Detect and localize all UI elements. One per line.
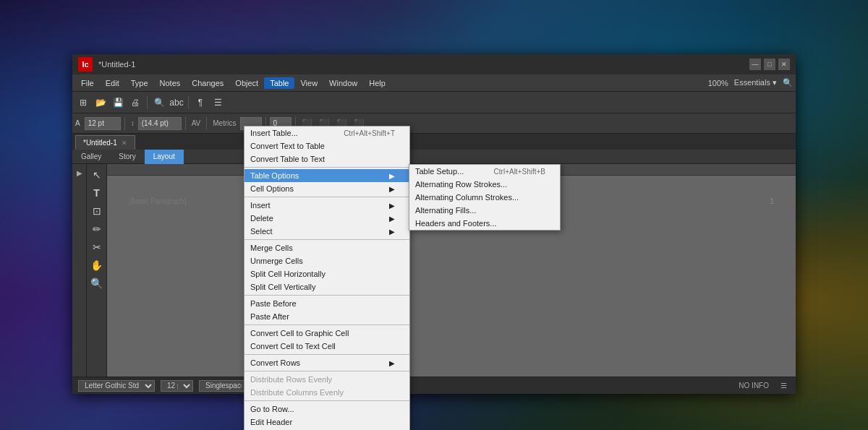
list-btn[interactable]: ☰ xyxy=(210,95,226,111)
status-noinfo: NO INFO xyxy=(736,382,772,390)
menu-table-options[interactable]: Table Options ▶ xyxy=(244,169,409,182)
menu-headers-footers[interactable]: Headers and Footers... xyxy=(409,217,560,230)
menu-split-h[interactable]: Split Cell Horizontally xyxy=(244,267,409,280)
tab-story[interactable]: Story xyxy=(110,150,144,164)
menu-distribute-cols: Distribute Columns Evenly xyxy=(244,386,409,399)
left-panel-btn-1[interactable]: ▶ xyxy=(74,167,85,179)
menu-type[interactable]: Type xyxy=(125,77,154,89)
menu-view[interactable]: View xyxy=(294,77,323,89)
menu-delete[interactable]: Delete ▶ xyxy=(244,212,409,225)
sub-tabs: Galley Story Layout xyxy=(72,150,796,164)
close-button[interactable]: ✕ xyxy=(778,59,790,70)
menu-distribute-rows: Distribute Rows Evenly xyxy=(244,373,409,386)
tab-bar: *Untitled-1 ✕ xyxy=(72,134,796,150)
menu-object[interactable]: Object xyxy=(229,77,264,89)
sep-menu-8 xyxy=(244,400,409,401)
title-bar-text: *Untitled-1 xyxy=(98,60,749,69)
menu-go-to-row[interactable]: Go to Row... xyxy=(244,403,409,416)
sep-menu-2 xyxy=(244,197,409,197)
tools-panel: ↖ T ⊡ ✏ ✂ ✋ 🔍 xyxy=(87,164,107,377)
menu-table-setup[interactable]: Table Setup... Ctrl+Alt+Shift+B xyxy=(409,165,560,178)
left-panel: ▶ xyxy=(72,164,87,377)
search-icon[interactable]: 🔍 xyxy=(783,78,793,87)
title-bar: Ic *Untitled-1 — □ ✕ xyxy=(72,54,796,74)
menu-file[interactable]: File xyxy=(75,77,100,89)
para-btn[interactable]: ¶ xyxy=(192,95,208,111)
window-controls: — □ ✕ xyxy=(749,59,790,70)
menu-bar: File Edit Type Notes Changes Object Tabl… xyxy=(72,74,796,92)
sep-2 xyxy=(188,96,189,109)
font-dropdown[interactable]: Letter Gothic Std xyxy=(78,380,155,392)
menu-unmerge-cells[interactable]: Unmerge Cells xyxy=(244,254,409,267)
sep-4 xyxy=(185,117,186,130)
essentials-menu[interactable]: Essentials ▾ xyxy=(734,78,777,87)
menu-paste-before[interactable]: Paste Before xyxy=(244,297,409,310)
menu-merge-cells[interactable]: Merge Cells xyxy=(244,241,409,254)
menu-window[interactable]: Window xyxy=(323,77,363,89)
menu-convert-text-table[interactable]: Convert Text to Table xyxy=(244,139,409,152)
sep-3 xyxy=(124,117,125,130)
tool-frame[interactable]: ⊡ xyxy=(89,203,105,219)
spell-btn[interactable]: abc xyxy=(169,95,184,111)
tab-galley[interactable]: Galley xyxy=(72,150,110,164)
sep-menu-4 xyxy=(244,295,409,296)
sep-menu-7 xyxy=(244,371,409,371)
tab-title: *Untitled-1 xyxy=(83,139,117,147)
menu-alt-row-strokes[interactable]: Alternating Row Strokes... xyxy=(409,178,560,191)
menu-select[interactable]: Select ▶ xyxy=(244,225,409,238)
document-title: *Untitled-1 xyxy=(98,60,135,69)
maximize-button[interactable]: □ xyxy=(764,59,775,70)
font-size-input[interactable] xyxy=(85,117,121,130)
status-menu-icon[interactable]: ☰ xyxy=(778,382,790,390)
new-btn[interactable]: ⊞ xyxy=(75,95,91,111)
tool-zoom[interactable]: 🔍 xyxy=(89,275,105,291)
menu-paste-after[interactable]: Paste After xyxy=(244,310,409,323)
zoom-btn[interactable]: 🔍 xyxy=(151,95,167,111)
minimize-button[interactable]: — xyxy=(749,59,761,70)
tool-scissors[interactable]: ✂ xyxy=(89,239,105,255)
menu-convert-text-cell[interactable]: Convert Cell to Text Cell xyxy=(244,340,409,353)
tool-text[interactable]: T xyxy=(89,185,105,201)
tab-close-btn[interactable]: ✕ xyxy=(122,139,127,147)
open-btn[interactable]: 📂 xyxy=(93,95,109,111)
menu-notes[interactable]: Notes xyxy=(154,77,187,89)
menu-cell-options[interactable]: Cell Options ▶ xyxy=(244,182,409,195)
line-number: 1 xyxy=(770,197,774,205)
tracking-label: AV xyxy=(190,119,203,127)
menu-edit-header[interactable]: Edit Header xyxy=(244,416,409,429)
menu-table[interactable]: Table xyxy=(264,77,294,89)
menu-alt-fills[interactable]: Alternating Fills... xyxy=(409,204,560,217)
menu-help[interactable]: Help xyxy=(363,77,391,89)
menu-alt-col-strokes[interactable]: Alternating Column Strokes... xyxy=(409,191,560,204)
tab-layout[interactable]: Layout xyxy=(145,150,184,164)
toolbar-1: ⊞ 📂 💾 🖨 🔍 abc ¶ ☰ xyxy=(72,92,796,113)
toolbar-2: A ↕ AV Metrics ⬛ ⬛ ⬛ ⬛ xyxy=(72,113,796,134)
menu-split-v[interactable]: Split Cell Vertically xyxy=(244,280,409,293)
sep-1 xyxy=(147,96,148,109)
sep-menu-1 xyxy=(244,167,409,168)
menu-convert-rows[interactable]: Convert Rows ▶ xyxy=(244,356,409,369)
menu-edit[interactable]: Edit xyxy=(100,77,125,89)
menu-changes[interactable]: Changes xyxy=(186,77,229,89)
save-btn[interactable]: 💾 xyxy=(110,95,126,111)
paragraph-style: [Basic Paragraph] xyxy=(129,197,187,205)
table-options-submenu[interactable]: Table Setup... Ctrl+Alt+Shift+B Alternat… xyxy=(409,164,561,231)
status-bar: Letter Gothic Std 12 pt Singlespace ↕ ¶ … xyxy=(72,377,796,394)
size-dropdown[interactable]: 12 pt xyxy=(161,380,193,392)
print-btn[interactable]: 🖨 xyxy=(127,95,143,111)
tool-select[interactable]: ↖ xyxy=(89,167,105,183)
table-menu-dropdown[interactable]: Insert Table... Ctrl+Alt+Shift+T Convert… xyxy=(244,126,410,430)
menu-insert[interactable]: Insert ▶ xyxy=(244,199,409,212)
font-size-icon: A xyxy=(75,119,80,127)
tool-hand[interactable]: ✋ xyxy=(89,257,105,273)
sep-5 xyxy=(206,117,207,130)
app-window: Ic *Untitled-1 — □ ✕ File Edit Type Note… xyxy=(72,54,796,394)
menu-convert-table-text[interactable]: Convert Table to Text xyxy=(244,152,409,165)
menu-insert-table[interactable]: Insert Table... Ctrl+Alt+Shift+T xyxy=(244,126,409,139)
sep-menu-3 xyxy=(244,239,409,240)
document-tab[interactable]: *Untitled-1 ✕ xyxy=(75,135,135,150)
leading-input[interactable] xyxy=(138,117,182,130)
menu-convert-graphic[interactable]: Convert Cell to Graphic Cell xyxy=(244,327,409,340)
app-logo: Ic xyxy=(78,57,93,72)
tool-pencil[interactable]: ✏ xyxy=(89,221,105,237)
